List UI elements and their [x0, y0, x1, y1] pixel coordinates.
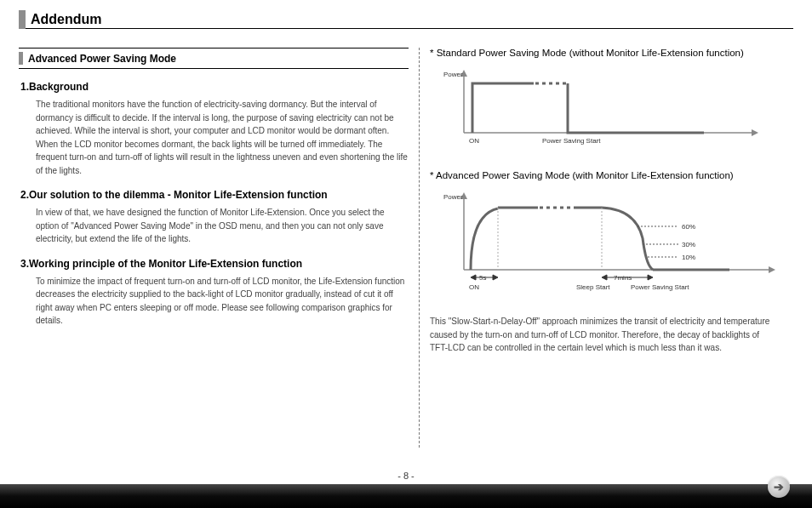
chart-2-title: * Advanced Power Saving Mode (with Monit… — [430, 170, 777, 180]
paragraph-1: The traditional monitors have the functi… — [36, 98, 409, 177]
two-column-layout: Advanced Power Saving Mode 1.Background … — [19, 48, 793, 456]
chart-2-svg: Power 5s 7mins ON Sleep Start Power Savi… — [440, 189, 781, 300]
c2-10: 10% — [682, 254, 695, 261]
svg-marker-22 — [648, 275, 653, 280]
svg-marker-20 — [602, 275, 607, 280]
chart-1-svg: Power ON Power Saving Start — [440, 66, 763, 151]
chart-1-title: * Standard Power Saving Mode (without Mo… — [430, 48, 777, 58]
title-bar: Addendum — [19, 10, 793, 29]
right-footer-paragraph: This "Slow-Start-n-Delay-Off" approach m… — [430, 315, 777, 355]
c2-5s: 5s — [479, 274, 486, 282]
svg-marker-19 — [493, 275, 498, 280]
title-accent-stripe — [19, 10, 26, 29]
c1-on-label: ON — [469, 137, 479, 145]
next-page-button[interactable]: ➔ — [768, 476, 790, 498]
c2-ylabel: Power — [443, 193, 463, 201]
c2-60: 60% — [682, 223, 695, 231]
c2-on: ON — [469, 283, 479, 291]
right-column: * Standard Power Saving Mode (without Mo… — [420, 48, 777, 456]
page-number: - 8 - — [397, 471, 415, 481]
c1-ylabel: Power — [443, 71, 463, 78]
svg-marker-3 — [752, 129, 758, 136]
c2-7m: 7mins — [614, 274, 632, 282]
section-header: Advanced Power Saving Mode — [19, 48, 409, 69]
paragraph-3: To minimize the impact of frequent turn-… — [36, 275, 409, 328]
left-column: Advanced Power Saving Mode 1.Background … — [19, 48, 419, 456]
c2-30: 30% — [682, 241, 695, 248]
paragraph-2: In view of that, we have designed the fu… — [36, 206, 409, 246]
section-header-text: Advanced Power Saving Mode — [28, 53, 176, 65]
subheading-3: 3.Working principle of the Monitor Life-… — [20, 258, 409, 270]
title-block: Addendum — [19, 10, 102, 29]
arrow-right-icon: ➔ — [774, 480, 784, 494]
svg-marker-7 — [769, 266, 775, 273]
c2-sleep: Sleep Start — [576, 283, 610, 291]
manual-page: Addendum Advanced Power Saving Mode 1.Ba… — [0, 0, 812, 508]
page-title: Addendum — [31, 10, 102, 29]
chart-standard-mode: Power ON Power Saving Start — [440, 66, 777, 151]
subheading-2: 2.Our solution to the dilemma - Monitor … — [20, 189, 409, 201]
c1-ps-label: Power Saving Start — [542, 137, 601, 145]
bottom-gradient-bar — [0, 484, 812, 508]
c2-ps: Power Saving Start — [631, 283, 689, 291]
subheading-1: 1.Background — [20, 81, 409, 93]
section-accent-stripe — [19, 52, 23, 65]
svg-marker-17 — [471, 275, 476, 280]
chart-advanced-mode: Power 5s 7mins ON Sleep Start Power Savi… — [440, 189, 777, 300]
